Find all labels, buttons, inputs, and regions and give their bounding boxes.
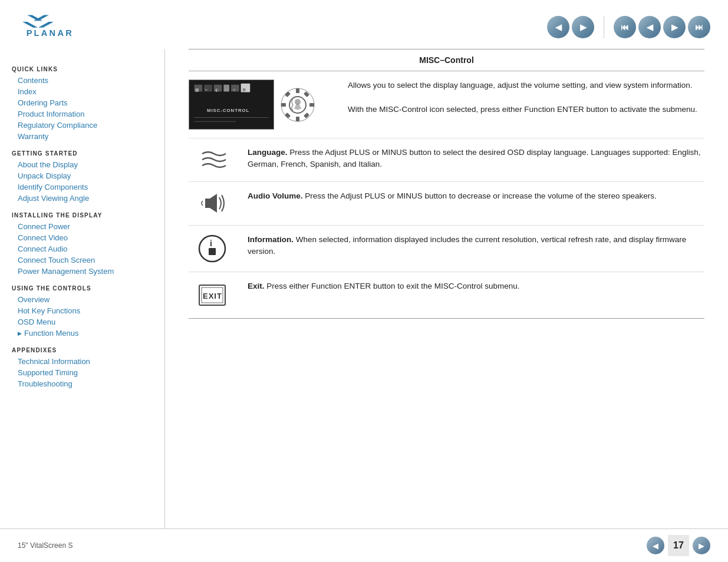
svg-rect-31	[205, 199, 210, 208]
logo-area: PLANAR	[18, 11, 94, 43]
prev-next-group: ◀ ▶	[547, 16, 594, 38]
appendixes-title: APPENDIXES	[12, 347, 153, 353]
nav-divider	[604, 16, 604, 38]
svg-marker-32	[210, 194, 217, 213]
content-area: MISC–Control	[165, 49, 728, 528]
chapter-nav-group: ⏮ ◀ ▶ ⏭	[614, 16, 710, 38]
sidebar-item-about-display[interactable]: About the Display	[12, 159, 153, 170]
footer-next-button[interactable]: ▶	[693, 537, 710, 554]
svg-point-30	[295, 99, 301, 105]
footer-page-nav: ◀ 17 ▶	[647, 535, 710, 556]
navigation-buttons: ◀ ▶ ⏮ ◀ ▶ ⏭	[547, 16, 710, 38]
footer-prev-button[interactable]: ◀	[647, 537, 664, 554]
nav-first-button[interactable]: ⏮	[614, 16, 636, 38]
sidebar-item-osd-menu[interactable]: OSD Menu	[12, 316, 153, 328]
sidebar-item-function-menus[interactable]: Function Menus	[12, 328, 153, 339]
svg-rect-23	[281, 103, 286, 107]
svg-marker-3	[38, 22, 54, 28]
svg-marker-1	[22, 22, 38, 28]
info-icon-svg: i	[197, 234, 227, 263]
svg-text:i: i	[210, 239, 212, 248]
page-title: MISC–Control	[189, 49, 704, 71]
svg-text:▦: ▦	[195, 88, 199, 92]
svg-text:PLANAR: PLANAR	[27, 28, 74, 38]
footer: 15" VitalScreen S ◀ 17 ▶	[0, 528, 728, 562]
nav-last-button[interactable]: ⏭	[688, 16, 710, 38]
sidebar-item-connect-audio[interactable]: Connect Audio	[12, 243, 153, 254]
misc-control-intro-row: ▦ ≡ ◐ ✏ ☀ ⚙ MISC-CONTROL	[189, 71, 704, 138]
sidebar-item-unpack-display[interactable]: Unpack Display	[12, 170, 153, 181]
misc-control-images: ▦ ≡ ◐ ✏ ☀ ⚙ MISC-CONTROL	[189, 80, 336, 130]
svg-text:✏: ✏	[225, 88, 228, 92]
svg-text:◐: ◐	[215, 88, 219, 92]
misc-control-description: Allows you to select the display languag…	[348, 80, 704, 115]
svg-rect-25	[285, 91, 291, 97]
misc-control-icon	[280, 87, 315, 123]
sidebar-item-warranty[interactable]: Warranty	[12, 131, 153, 142]
exit-description: Exit. Press either Function ENTER button…	[248, 280, 704, 292]
svg-text:☀: ☀	[232, 88, 236, 92]
svg-rect-35	[209, 248, 216, 255]
svg-rect-22	[296, 117, 299, 121]
language-icon	[189, 147, 236, 173]
misc-control-osd-image: ▦ ≡ ◐ ✏ ☀ ⚙ MISC-CONTROL	[189, 80, 274, 130]
svg-text:≡: ≡	[205, 88, 207, 92]
audio-volume-icon	[189, 190, 236, 217]
controls-title: USING THE CONTROLS	[12, 285, 153, 292]
exit-icon: EXIT	[189, 280, 236, 310]
sidebar-item-supported-timing[interactable]: Supported Timing	[12, 367, 153, 378]
svg-text:MISC-CONTROL: MISC-CONTROL	[207, 108, 249, 113]
information-description: Information. When selected, information …	[248, 234, 704, 258]
language-icon-svg	[196, 147, 229, 173]
sidebar-item-hot-key-functions[interactable]: Hot Key Functions	[12, 305, 153, 316]
language-description: Language. Press the Adjust PLUS or MINUS…	[248, 147, 704, 171]
footer-page-number: 17	[668, 535, 689, 556]
sidebar: QUICK LINKS Contents Index Ordering Part…	[0, 49, 165, 528]
exit-row: EXIT Exit. Press either Function ENTER b…	[189, 272, 704, 319]
sidebar-item-technical-information[interactable]: Technical Information	[12, 356, 153, 367]
sidebar-item-connect-video[interactable]: Connect Video	[12, 232, 153, 243]
svg-text:⚙: ⚙	[242, 88, 246, 92]
sidebar-item-product-information[interactable]: Product Information	[12, 108, 153, 120]
sidebar-item-contents[interactable]: Contents	[12, 75, 153, 86]
audio-volume-description: Audio Volume. Press the Adjust PLUS or M…	[248, 190, 704, 202]
quick-links-title: QUICK LINKS	[12, 66, 153, 72]
installing-title: INSTALLING THE DISPLAY	[12, 212, 153, 219]
information-icon: i	[189, 234, 236, 263]
sidebar-item-index[interactable]: Index	[12, 86, 153, 97]
footer-product-name: 15" VitalScreen S	[18, 541, 73, 550]
planar-logo: PLANAR	[18, 11, 94, 43]
svg-rect-27	[285, 113, 291, 118]
sidebar-item-overview[interactable]: Overview	[12, 294, 153, 305]
sidebar-item-connect-touch-screen[interactable]: Connect Touch Screen	[12, 254, 153, 266]
nav-next-button[interactable]: ▶	[572, 16, 594, 38]
sidebar-item-ordering-parts[interactable]: Ordering Parts	[12, 97, 153, 108]
exit-icon-svg: EXIT	[195, 280, 230, 310]
sidebar-item-connect-power[interactable]: Connect Power	[12, 221, 153, 232]
content-section: ▦ ≡ ◐ ✏ ☀ ⚙ MISC-CONTROL	[189, 71, 704, 319]
audio-volume-row: Audio Volume. Press the Adjust PLUS or M…	[189, 182, 704, 226]
nav-prev-chapter-button[interactable]: ◀	[638, 16, 661, 38]
sidebar-item-identify-components[interactable]: Identify Components	[12, 181, 153, 193]
header: PLANAR ◀ ▶ ⏮ ◀ ▶ ⏭	[0, 0, 728, 49]
svg-text:EXIT: EXIT	[203, 292, 222, 300]
main-layout: QUICK LINKS Contents Index Ordering Part…	[0, 49, 728, 528]
information-row: i Information. When selected, informatio…	[189, 226, 704, 272]
nav-prev-button[interactable]: ◀	[547, 16, 569, 38]
sidebar-item-troubleshooting[interactable]: Troubleshooting	[12, 378, 153, 389]
sidebar-item-regulatory-compliance[interactable]: Regulatory Compliance	[12, 120, 153, 131]
svg-rect-21	[296, 88, 299, 93]
nav-next-chapter-button[interactable]: ▶	[663, 16, 686, 38]
svg-rect-24	[309, 103, 314, 107]
getting-started-title: GETTING STARTED	[12, 150, 153, 157]
sidebar-item-power-management[interactable]: Power Management System	[12, 266, 153, 277]
audio-icon-svg	[195, 190, 230, 217]
sidebar-item-adjust-viewing-angle[interactable]: Adjust Viewing Angle	[12, 193, 153, 204]
language-row: Language. Press the Adjust PLUS or MINUS…	[189, 138, 704, 182]
